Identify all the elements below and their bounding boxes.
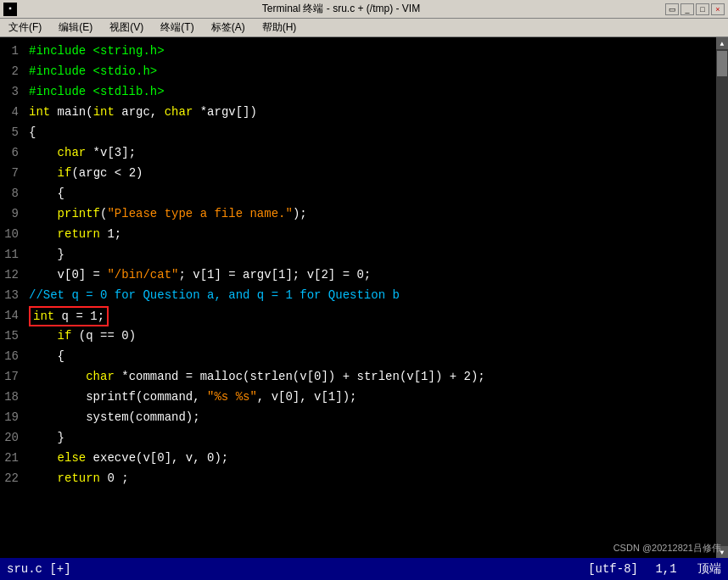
- title-bar: ▪ Terminal 终端 - sru.c + (/tmp) - VIM ▭ _…: [0, 0, 728, 19]
- window-controls[interactable]: ▭ _ □ ×: [665, 3, 725, 15]
- menu-view[interactable]: 视图(V): [104, 19, 148, 36]
- code-line-16: 16 {: [0, 346, 728, 366]
- line-content-15: if (q == 0): [25, 326, 728, 346]
- code-editor[interactable]: 1 #include <string.h> 2 #include <stdio.…: [0, 37, 728, 558]
- minimize-button[interactable]: _: [680, 3, 694, 15]
- line-content-14: int q = 1;: [25, 305, 728, 326]
- line-num-6: 6: [0, 142, 25, 163]
- code-line-17: 17 char *command = malloc(strlen(v[0]) +…: [0, 366, 728, 387]
- menu-file[interactable]: 文件(F): [3, 19, 47, 36]
- scrollbar[interactable]: ▲ ▼: [716, 37, 728, 558]
- line-num-21: 21: [0, 448, 25, 468]
- line-content-18: sprintf(command, "%s %s", v[0], v[1]);: [25, 387, 728, 407]
- line-num-12: 12: [0, 265, 25, 285]
- code-line-7: 7 if(argc < 2): [0, 163, 728, 183]
- status-position: 1,1: [655, 562, 676, 576]
- line-num-5: 5: [0, 122, 25, 142]
- line-content-13: //Set q = 0 for Question a, and q = 1 fo…: [25, 285, 728, 305]
- code-line-18: 18 sprintf(command, "%s %s", v[0], v[1])…: [0, 387, 728, 407]
- status-bar: sru.c [+] [utf-8] 1,1 顶端: [0, 558, 728, 580]
- window-title: Terminal 终端 - sru.c + (/tmp) - VIM: [17, 2, 665, 16]
- menu-terminal[interactable]: 终端(T): [155, 19, 199, 36]
- line-content-10: return 1;: [25, 224, 728, 244]
- line-num-15: 15: [0, 326, 25, 346]
- line-num-14: 14: [0, 305, 25, 326]
- line-num-13: 13: [0, 285, 25, 305]
- code-line-20: 20 }: [0, 427, 728, 448]
- code-line-21: 21 else execve(v[0], v, 0);: [0, 448, 728, 468]
- code-line-1: 1 #include <string.h>: [0, 41, 728, 61]
- line-content-16: {: [25, 346, 728, 366]
- close-button[interactable]: ×: [711, 3, 725, 15]
- line-content-3: #include <stdlib.h>: [25, 81, 728, 102]
- line-num-17: 17: [0, 366, 25, 387]
- code-line-19: 19 system(command);: [0, 407, 728, 427]
- code-line-12: 12 v[0] = "/bin/cat"; v[1] = argv[1]; v[…: [0, 265, 728, 285]
- line-num-3: 3: [0, 81, 25, 102]
- maximize-button[interactable]: □: [696, 3, 709, 15]
- line-content-12: v[0] = "/bin/cat"; v[1] = argv[1]; v[2] …: [25, 265, 728, 285]
- line-content-4: int main(int argc, char *argv[]): [25, 102, 728, 122]
- line-num-19: 19: [0, 407, 25, 427]
- line-content-1: #include <string.h>: [25, 41, 728, 61]
- scroll-up-arrow[interactable]: ▲: [716, 37, 728, 49]
- line-num-16: 16: [0, 346, 25, 366]
- code-line-3: 3 #include <stdlib.h>: [0, 81, 728, 102]
- line-num-9: 9: [0, 204, 25, 224]
- restore-button[interactable]: ▭: [665, 3, 679, 15]
- line-content-21: else execve(v[0], v, 0);: [25, 448, 728, 468]
- line-content-2: #include <stdio.h>: [25, 61, 728, 81]
- line-num-8: 8: [0, 183, 25, 204]
- menu-bar: 文件(F) 编辑(E) 视图(V) 终端(T) 标签(A) 帮助(H): [0, 19, 728, 37]
- line-num-22: 22: [0, 468, 25, 488]
- code-line-5: 5 {: [0, 122, 728, 142]
- code-line-6: 6 char *v[3];: [0, 142, 728, 163]
- code-line-13: 13 //Set q = 0 for Question a, and q = 1…: [0, 285, 728, 305]
- status-right: [utf-8] 1,1 顶端: [588, 561, 721, 577]
- status-encoding: [utf-8]: [588, 562, 638, 576]
- status-scrollpos: 顶端: [697, 562, 721, 576]
- scroll-thumb[interactable]: [717, 51, 727, 76]
- code-line-8: 8 {: [0, 183, 728, 204]
- code-line-15: 15 if (q == 0): [0, 326, 728, 346]
- line-content-19: system(command);: [25, 407, 728, 427]
- menu-tabs[interactable]: 标签(A): [206, 19, 250, 36]
- line-num-20: 20: [0, 427, 25, 448]
- line-num-1: 1: [0, 41, 25, 61]
- code-line-10: 10 return 1;: [0, 224, 728, 244]
- code-line-22: 22 return 0 ;: [0, 468, 728, 488]
- line-content-8: {: [25, 183, 728, 204]
- line-num-18: 18: [0, 387, 25, 407]
- line-num-4: 4: [0, 102, 25, 122]
- app-icon: ▪: [3, 3, 17, 16]
- line-content-22: return 0 ;: [25, 468, 728, 488]
- menu-edit[interactable]: 编辑(E): [53, 19, 98, 36]
- line-content-7: if(argc < 2): [25, 163, 728, 183]
- status-filename: sru.c [+]: [7, 562, 71, 576]
- line-content-9: printf("Please type a file name.");: [25, 204, 728, 224]
- line-content-6: char *v[3];: [25, 142, 728, 163]
- code-line-14: 14 int q = 1;: [0, 305, 728, 326]
- code-line-11: 11 }: [0, 244, 728, 265]
- line-num-11: 11: [0, 244, 25, 265]
- line-num-2: 2: [0, 61, 25, 81]
- code-line-9: 9 printf("Please type a file name.");: [0, 204, 728, 224]
- watermark: CSDN @20212821吕修伟: [613, 542, 721, 555]
- line-content-17: char *command = malloc(strlen(v[0]) + st…: [25, 366, 728, 387]
- line-num-10: 10: [0, 224, 25, 244]
- line-content-11: }: [25, 244, 728, 265]
- line-num-7: 7: [0, 163, 25, 183]
- code-line-2: 2 #include <stdio.h>: [0, 61, 728, 81]
- code-line-4: 4 int main(int argc, char *argv[]): [0, 102, 728, 122]
- line-content-20: }: [25, 427, 728, 448]
- line-content-5: {: [25, 122, 728, 142]
- menu-help[interactable]: 帮助(H): [257, 19, 302, 36]
